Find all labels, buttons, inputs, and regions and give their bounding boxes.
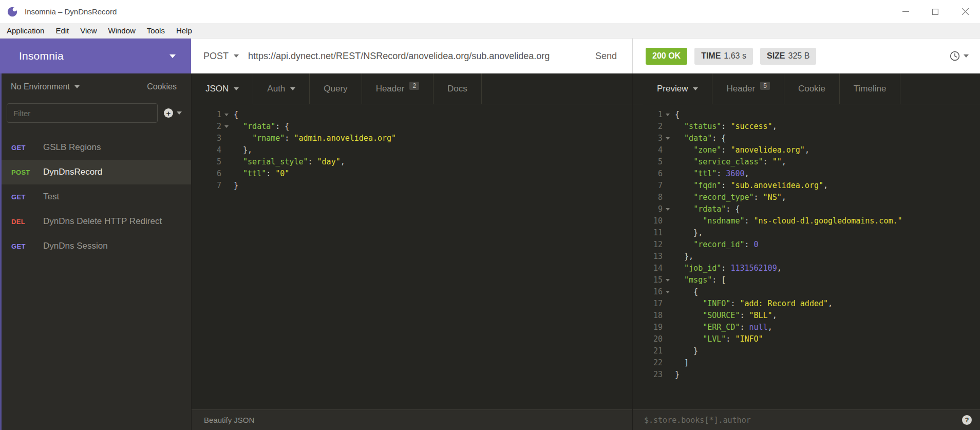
request-tab-query[interactable]: Query <box>310 73 362 104</box>
request-tab-docs[interactable]: Docs <box>434 73 482 104</box>
request-name-label: DynDnsRecord <box>43 167 102 177</box>
request-body-editor[interactable]: 1{2 "rdata": {3 "rname": "admin.anovelid… <box>192 104 632 409</box>
line-number: 12 <box>633 239 663 251</box>
fold-gutter <box>663 239 673 251</box>
new-request-dropdown[interactable]: + <box>164 108 182 118</box>
code-text: "fqdn": "sub.anovelidea.org", <box>673 180 828 192</box>
status-badge: 200 OK <box>646 48 687 65</box>
chevron-down-icon <box>74 85 80 88</box>
request-row-dyndnsrecord[interactable]: POSTDynDnsRecord <box>2 160 191 184</box>
request-row-dyndns-delete-http-redirect[interactable]: DELDynDns Delete HTTP Redirect <box>2 209 191 234</box>
workspace-name: Insomnia <box>19 50 64 62</box>
insomnia-logo-icon <box>7 6 18 17</box>
help-icon[interactable]: ? <box>962 415 972 425</box>
request-tab-header[interactable]: Header2 <box>362 73 434 104</box>
response-body-viewer[interactable]: 1{2 "status": "success",3 "data": {4 "zo… <box>633 104 980 409</box>
code-text: }, <box>673 251 693 263</box>
fold-arrow-icon[interactable] <box>221 121 232 133</box>
code-line: 18 "SOURCE": "BLL", <box>633 310 980 322</box>
code-text: } <box>232 180 238 192</box>
request-method-label: GET <box>11 193 41 201</box>
jsonpath-filter-input[interactable] <box>633 416 962 425</box>
menu-item-tools[interactable]: Tools <box>141 23 171 39</box>
maximize-button[interactable] <box>920 0 950 23</box>
tab-label: Docs <box>447 84 467 94</box>
tab-count-badge: 2 <box>409 82 419 90</box>
chevron-down-icon <box>290 87 295 90</box>
fold-arrow-icon[interactable] <box>663 133 673 144</box>
url-input[interactable]: https://api.dynect.net/REST/NSRecord/ano… <box>248 51 580 62</box>
fold-arrow-icon[interactable] <box>663 274 673 286</box>
method-dropdown[interactable]: POST <box>191 51 248 62</box>
fold-gutter <box>221 156 232 168</box>
menu-item-edit[interactable]: Edit <box>50 23 74 39</box>
code-line: 5 "service_class": "", <box>633 156 980 168</box>
fold-gutter <box>663 180 673 192</box>
workspace-dropdown[interactable]: Insomnia <box>0 39 191 73</box>
code-text: "INFO": "add: Record added", <box>673 298 833 310</box>
environment-dropdown[interactable]: No Environment <box>9 79 82 95</box>
menu-item-help[interactable]: Help <box>171 23 198 39</box>
line-number: 23 <box>633 369 663 381</box>
menu-item-view[interactable]: View <box>74 23 102 39</box>
line-number: 4 <box>192 144 221 156</box>
code-text: "zone": "anovelidea.org", <box>673 144 809 156</box>
fold-gutter <box>663 298 673 310</box>
request-row-dyndns-session[interactable]: GETDynDns Session <box>2 234 191 258</box>
request-tab-json[interactable]: JSON <box>192 73 253 104</box>
code-line: 6 "ttl": 3600, <box>633 168 980 180</box>
response-tab-preview[interactable]: Preview <box>643 73 712 104</box>
minimize-button[interactable] <box>891 0 920 23</box>
code-text: "status": "success", <box>673 121 777 133</box>
fold-gutter <box>663 310 673 322</box>
response-tab-timeline[interactable]: Timeline <box>840 73 901 104</box>
code-line: 8 "record_type": "NS", <box>633 192 980 203</box>
chevron-down-icon <box>234 54 239 58</box>
code-line: 6 "ttl": "0" <box>192 168 632 180</box>
code-text: "job_id": 1131562109, <box>673 263 782 274</box>
beautify-json-button[interactable]: Beautify JSON <box>192 416 254 424</box>
code-line: 2 "rdata": { <box>192 121 632 133</box>
menu-item-application[interactable]: Application <box>1 23 50 39</box>
chevron-down-icon <box>234 87 239 90</box>
code-text: "ttl": 3600, <box>673 168 749 180</box>
response-tab-cookie[interactable]: Cookie <box>784 73 840 104</box>
time-badge: TIME 1.63 s <box>694 48 753 65</box>
line-number: 14 <box>633 263 663 274</box>
code-text: "nsdname": "ns-cloud-d1.googledomains.co… <box>673 215 902 227</box>
code-text: "ERR_CD": null, <box>673 322 772 333</box>
request-row-gslb-regions[interactable]: GETGSLB Regions <box>2 135 191 160</box>
cookies-link[interactable]: Cookies <box>147 82 177 91</box>
fold-arrow-icon[interactable] <box>221 109 232 121</box>
response-pane: PreviewHeader5CookieTimeline 1{2 "status… <box>632 73 980 430</box>
fold-arrow-icon[interactable] <box>663 203 673 215</box>
response-history-dropdown[interactable] <box>950 51 969 61</box>
line-number: 17 <box>633 298 663 310</box>
request-name-label: DynDns Delete HTTP Redirect <box>43 216 162 227</box>
response-meta-bar: 200 OK TIME 1.63 s SIZE 325 B <box>632 39 980 73</box>
code-text: ] <box>673 357 689 369</box>
tab-count-badge: 5 <box>760 82 770 90</box>
menu-item-window[interactable]: Window <box>103 23 141 39</box>
request-row-test[interactable]: GETTest <box>2 184 191 209</box>
fold-arrow-icon[interactable] <box>663 286 673 298</box>
response-tabs: PreviewHeader5CookieTimeline <box>633 73 980 104</box>
size-label: SIZE <box>767 51 785 61</box>
close-button[interactable] <box>950 0 980 23</box>
code-text: "service_class": "", <box>673 156 786 168</box>
request-name-label: Test <box>43 192 59 202</box>
line-number: 18 <box>633 310 663 322</box>
fold-arrow-icon[interactable] <box>663 109 673 121</box>
tab-label: Query <box>324 84 347 94</box>
response-tab-header[interactable]: Header5 <box>712 73 784 104</box>
send-button[interactable]: Send <box>580 39 632 73</box>
request-method-label: POST <box>11 169 41 176</box>
chevron-down-icon <box>693 87 698 90</box>
request-tab-auth[interactable]: Auth <box>253 73 310 104</box>
fold-gutter <box>221 144 232 156</box>
size-value: 325 B <box>788 51 810 61</box>
line-number: 20 <box>633 333 663 345</box>
code-line: 23} <box>633 369 980 381</box>
line-number: 22 <box>633 357 663 369</box>
sidebar-filter-input[interactable] <box>7 103 158 123</box>
